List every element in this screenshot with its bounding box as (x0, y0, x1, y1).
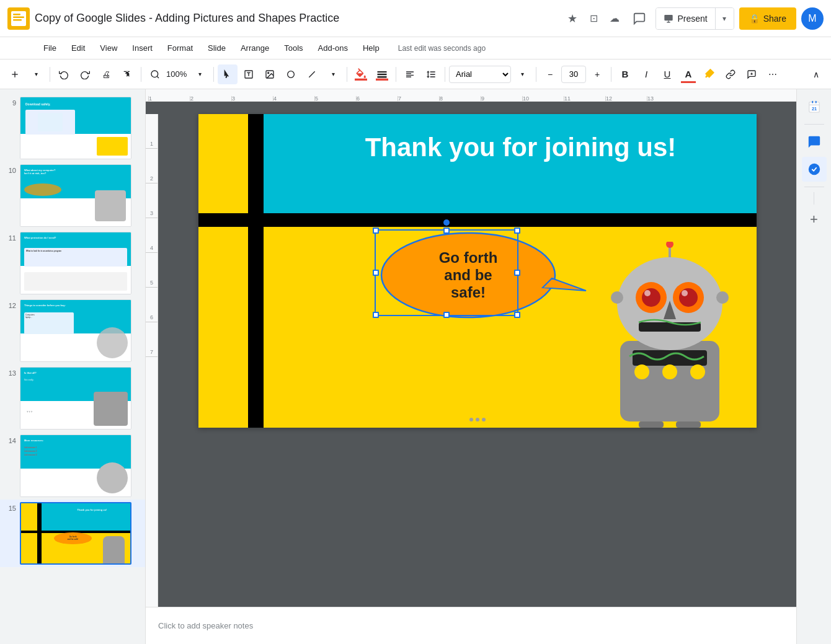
font-color-button[interactable]: A (678, 64, 698, 84)
collapse-toolbar-button[interactable]: ∧ (806, 64, 826, 84)
svg-rect-4 (665, 15, 673, 20)
slide-thumb-13[interactable]: Is that all? Not really. ? ? ? (20, 367, 131, 430)
star-icon[interactable]: ★ (564, 10, 581, 27)
notes-placeholder[interactable]: Click to add speaker notes (158, 621, 253, 630)
menu-slide[interactable]: Slide (202, 41, 232, 55)
slide-thumb-10[interactable]: What about my computer?Isn't it at risk,… (20, 164, 131, 227)
svg-point-38 (611, 291, 623, 304)
slide-thumb-9[interactable]: Download safely. (20, 97, 131, 159)
more-options-button[interactable]: ⋯ (763, 64, 783, 84)
svg-point-37 (666, 242, 673, 248)
menu-help[interactable]: Help (357, 41, 386, 55)
user-avatar[interactable]: M (801, 7, 824, 30)
shape-tool[interactable] (281, 64, 301, 84)
slide-canvas[interactable]: Thank you for joining us! (198, 114, 757, 428)
rs-add-button[interactable]: + (802, 207, 827, 232)
menu-addons[interactable]: Add-ons (312, 41, 354, 55)
app-logo[interactable] (7, 7, 30, 30)
svg-point-29 (642, 288, 660, 307)
paintformat-button[interactable] (117, 64, 137, 84)
top-right-controls: Present ▾ 🔒 Share M (628, 7, 824, 30)
menu-edit[interactable]: Edit (65, 41, 91, 55)
slide-item-10[interactable]: 10 What about my computer?Isn't it at ri… (0, 162, 145, 229)
zoom-button[interactable] (145, 64, 165, 84)
slide-thumb-12[interactable]: Things to consider before you buy: Compu… (20, 299, 131, 362)
select-tool[interactable] (218, 64, 238, 84)
folder-icon[interactable]: ⊡ (585, 10, 602, 27)
slide-thumb-14[interactable]: More resources: Link resource 1 Link res… (20, 434, 131, 497)
svg-rect-1 (13, 14, 20, 15)
slide-thumb-11[interactable]: What protection do I need? What to look … (20, 232, 131, 294)
redo-button[interactable] (75, 64, 95, 84)
undo-button[interactable] (54, 64, 74, 84)
present-label: Present (677, 14, 707, 24)
top-bar: Copy of Google Slides - Adding Pictures … (0, 0, 831, 37)
print-button[interactable]: 🖨 (96, 64, 116, 84)
slide-item-13[interactable]: 13 Is that all? Not really. ? ? ? (0, 364, 145, 432)
slide-item-15[interactable]: 15 Thank you for joining us! Go forthand… (0, 500, 145, 567)
slide-item-14[interactable]: 14 More resources: Link resource 1 Link … (0, 432, 145, 500)
highlight-button[interactable] (700, 64, 719, 84)
svg-rect-26 (676, 421, 701, 428)
share-button[interactable]: 🔒 Share (739, 7, 796, 30)
font-size-increase[interactable]: + (587, 64, 607, 84)
text-align-button[interactable] (400, 64, 420, 84)
svg-rect-16 (355, 78, 367, 80)
font-size-input[interactable]: 30 (561, 66, 586, 83)
speech-bubble-svg[interactable]: Go forth and be safe! (375, 229, 611, 353)
rs-divider-2 (804, 187, 824, 187)
stroke-color-button[interactable] (372, 64, 392, 84)
slide-num-15: 15 (5, 505, 16, 512)
menu-insert[interactable]: Insert (126, 41, 159, 55)
menu-file[interactable]: File (37, 41, 63, 55)
zoom-control: 100% ▾ (145, 64, 210, 84)
underline-button[interactable]: U (657, 64, 677, 84)
font-selector[interactable]: Arial (449, 66, 511, 83)
share-label: Share (763, 14, 786, 24)
textbox-tool[interactable] (239, 64, 259, 84)
present-main-button[interactable]: Present (656, 8, 714, 29)
check-sidebar-icon[interactable] (802, 157, 827, 182)
line-dropdown[interactable]: ▾ (323, 64, 343, 84)
slide-thumb-15[interactable]: Thank you for joining us! Go forthand be… (20, 502, 131, 565)
chat-sidebar-icon[interactable] (802, 130, 827, 154)
comment-button[interactable] (628, 7, 651, 30)
calendar-sidebar-icon[interactable]: 21 (802, 94, 827, 119)
line-spacing-button[interactable] (421, 64, 441, 84)
svg-point-32 (644, 290, 651, 296)
slide-item-11[interactable]: 11 What protection do I need? What to lo… (0, 229, 145, 297)
menu-tools[interactable]: Tools (278, 41, 309, 55)
slide-item-9[interactable]: 9 Download safely. (0, 94, 145, 162)
slide-item-12[interactable]: 12 Things to consider before you buy: Co… (0, 297, 145, 364)
slide-title: Thank you for joining us! (298, 133, 744, 162)
font-size-decrease[interactable]: − (540, 64, 560, 84)
image-tool[interactable] (260, 64, 280, 84)
line-tool[interactable] (302, 64, 322, 84)
canvas-wrapper[interactable]: 1 2 3 4 5 6 7 Thank you for jo (146, 102, 796, 607)
menu-arrange[interactable]: Arrange (234, 41, 275, 55)
zoom-dropdown[interactable]: ▾ (190, 64, 210, 84)
menu-format[interactable]: Format (161, 41, 199, 55)
font-dropdown[interactable]: ▾ (512, 64, 532, 84)
cloud-icon[interactable]: ☁ (606, 10, 623, 27)
svg-rect-45 (812, 101, 813, 104)
insert-button[interactable] (5, 64, 25, 84)
svg-text:safe!: safe! (450, 284, 485, 301)
italic-button[interactable]: I (636, 64, 656, 84)
toolbar-divider-1 (50, 67, 50, 82)
svg-point-7 (151, 71, 158, 77)
slide-num-12: 12 (5, 302, 16, 309)
menu-view[interactable]: View (94, 41, 123, 55)
link-button[interactable] (721, 64, 740, 84)
notes-area[interactable]: Click to add speaker notes (146, 607, 796, 644)
svg-point-14 (288, 71, 295, 77)
comment-insert-button[interactable] (742, 64, 762, 84)
bold-button[interactable]: B (615, 64, 635, 84)
fill-color-button[interactable] (351, 64, 371, 84)
svg-point-22 (634, 364, 649, 379)
svg-point-33 (682, 290, 688, 296)
canvas-area: 1 2 3 4 5 6 7 8 9 10 11 12 13 1 2 3 4 (146, 89, 796, 644)
insert-dropdown[interactable]: ▾ (26, 64, 46, 84)
present-dropdown-button[interactable]: ▾ (715, 8, 734, 29)
main-area: 9 Download safely. 10 What about my comp… (0, 89, 831, 644)
